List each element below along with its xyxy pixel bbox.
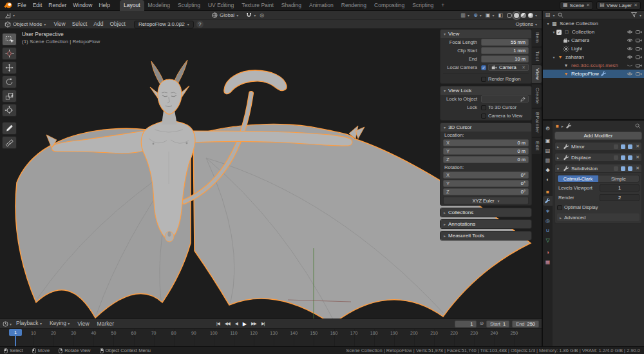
properties-tab-view-layer[interactable]: ▥ [543,155,553,164]
modifier-name[interactable]: Subdivision [571,166,598,172]
modifier-displace-header[interactable]: ▸Displace✕ [554,153,642,162]
catmull-clark-button[interactable]: Catmull-Clark [558,175,598,182]
properties-tab-material[interactable]: ◑ [543,247,553,257]
menu-edit[interactable]: Edit [30,0,46,11]
outliner-editor-icon[interactable]: ▤ [545,12,551,17]
properties-search-icon[interactable] [635,123,641,129]
expand-arrow-icon[interactable]: ▸ [557,144,562,149]
camera-to-view-checkbox[interactable] [481,113,486,119]
add-modifier-button[interactable]: Add Modifier [554,132,642,140]
toggle-render-icon[interactable] [628,166,632,171]
menu-playback[interactable]: Playback ▾ [13,318,45,329]
properties-tab-tool[interactable]: ⚙ [543,123,553,133]
menu-window[interactable]: Window [70,0,95,11]
viewport-menu-object[interactable]: Object [106,19,129,30]
blender-logo-icon[interactable] [3,2,12,8]
menu-keying[interactable]: Keying ▾ [46,318,73,329]
outliner-row-zaharan[interactable]: ▾▼zaharan [543,53,644,61]
unlink-view-layer-icon[interactable]: ✕ [634,3,638,8]
properties-tab-scene[interactable]: ◆ [543,164,553,174]
chevron-down-icon[interactable]: ▾ [639,13,641,17]
properties-tab-physics[interactable]: ◎ [543,215,553,225]
render-region-checkbox[interactable] [481,77,486,82]
cursor-3d-section-header[interactable]: ▾ 3D Cursor [440,123,531,132]
timeline-ruler[interactable]: 1 11020304050607080901001101201301401501… [0,329,542,346]
tool-cursor-3d-button[interactable] [2,47,17,60]
cursor-rot-z-field[interactable]: Z0° [443,188,529,195]
viewport-menu-add[interactable]: Add [90,19,106,30]
cursor-rot-x-field[interactable]: X0° [443,172,529,179]
modifier-subdivision-header[interactable]: ▾ Subdivision ✕ [554,164,642,173]
expand-arrow-icon[interactable]: ▾ [545,21,551,26]
modifier-name[interactable]: Mirror [571,144,585,150]
mode-dropdown[interactable]: Object Mode ▾ [3,21,48,28]
expand-arrow-icon[interactable]: ▾ [551,30,556,34]
timeline-editor-icon[interactable] [3,321,8,327]
workspace-tab-rendering[interactable]: Rendering [337,0,370,11]
tool-rotate-button[interactable] [2,75,17,88]
chevron-down-icon[interactable]: ▾ [535,13,537,17]
workspace-tab-sculpting[interactable]: Sculpting [174,0,204,11]
tool-scale-button[interactable] [2,90,17,103]
snap-toggle[interactable]: ▾ [244,12,258,19]
cursor-loc-y-field[interactable]: Y0 m [443,148,529,155]
expand-arrow-icon[interactable]: ▾ [557,166,562,171]
outliner-search-icon[interactable] [558,12,564,18]
outliner-row-light[interactable]: Light [543,44,644,53]
tool-transform-button[interactable] [2,104,17,117]
properties-tab-particles[interactable]: ∗ [543,206,553,215]
shading-rendered-button[interactable] [528,13,533,18]
menu-marker[interactable]: Marker [94,319,117,329]
workspace-tab-layout[interactable]: Layout [120,0,144,11]
cursor-rot-y-field[interactable]: Y0° [443,180,529,187]
cursor-loc-z-field[interactable]: Z0 m [443,156,529,163]
transform-orientation-dropdown[interactable]: Global ▾ [210,12,240,19]
toggle-realtime-icon[interactable] [621,155,625,160]
shading-solid-button[interactable] [514,13,519,18]
npanel-tab-create[interactable]: Create [532,84,542,108]
clear-camera-icon[interactable]: ✕ [522,65,526,70]
npanel-tab-view[interactable]: View [532,65,542,83]
toggle-edit-mode-icon[interactable] [614,166,618,171]
jump-to-end-button[interactable]: ▶| [260,321,266,326]
toggle-render-icon[interactable] [628,155,632,160]
toggle-render-icon[interactable] [628,144,632,149]
modifier-name[interactable]: Displace [571,155,591,161]
properties-tab-constraints[interactable]: ∪ [543,225,553,235]
advanced-subpanel-header[interactable]: ▸ Advanced [557,213,639,221]
chevron-down-icon[interactable]: ▾ [10,322,12,326]
editor-type-selector[interactable]: ▾ [3,12,17,19]
properties-tab-object[interactable]: ■ [543,186,553,196]
viewport-menu-select[interactable]: Select [69,19,91,30]
view-section-header[interactable]: ▾ View [440,30,531,38]
remove-modifier-button[interactable]: ✕ [636,166,639,171]
workspace-tab-scripting[interactable]: Scripting [408,0,437,11]
shading-material-button[interactable] [521,13,526,18]
outliner-row-red-3dc-sculpt-mesh[interactable]: ▼red-3dc-sculpt-mesh [543,61,644,70]
help-button[interactable]: ? [196,21,204,28]
levels-viewport-field[interactable]: 1 [600,184,639,192]
collections-section-header[interactable]: ▸ Collections [440,208,531,217]
workspace-tab-uv-editing[interactable]: UV Editing [204,0,238,11]
lock-3d-cursor-checkbox[interactable] [481,105,486,110]
gizmos-dropdown[interactable]: ⊕ ▾ [471,12,484,19]
toggle-edit-mode-icon[interactable] [614,155,618,160]
tool-select-box-button[interactable] [2,33,17,46]
properties-tab-render[interactable]: ▣ [543,135,553,145]
local-camera-checkbox[interactable]: ✓ [481,65,486,70]
playhead[interactable]: 1 [9,329,22,336]
tool-move-button[interactable] [2,61,17,74]
outliner-filter-icon[interactable] [631,12,637,17]
options-dropdown[interactable]: Options ▾ [513,21,539,28]
menu-render[interactable]: Render [45,0,70,11]
annotations-section-header[interactable]: ▸ Annotations [440,220,531,228]
toggle-edit-mode-icon[interactable] [614,144,618,149]
outliner-row-collection[interactable]: ▾✓□Collection [543,28,644,36]
toggle-realtime-icon[interactable] [621,166,625,171]
properties-tab-object-data[interactable]: ▽ [543,235,553,244]
properties-tab-world[interactable]: ◐ [543,174,553,184]
active-tool-dropdown[interactable]: RetopoFlow 3.0.0β2 ▾ [134,21,194,28]
outliner-row-camera[interactable]: Camera [543,36,644,44]
tool-measure-button[interactable] [2,136,17,149]
menu-view[interactable]: View [74,319,92,329]
